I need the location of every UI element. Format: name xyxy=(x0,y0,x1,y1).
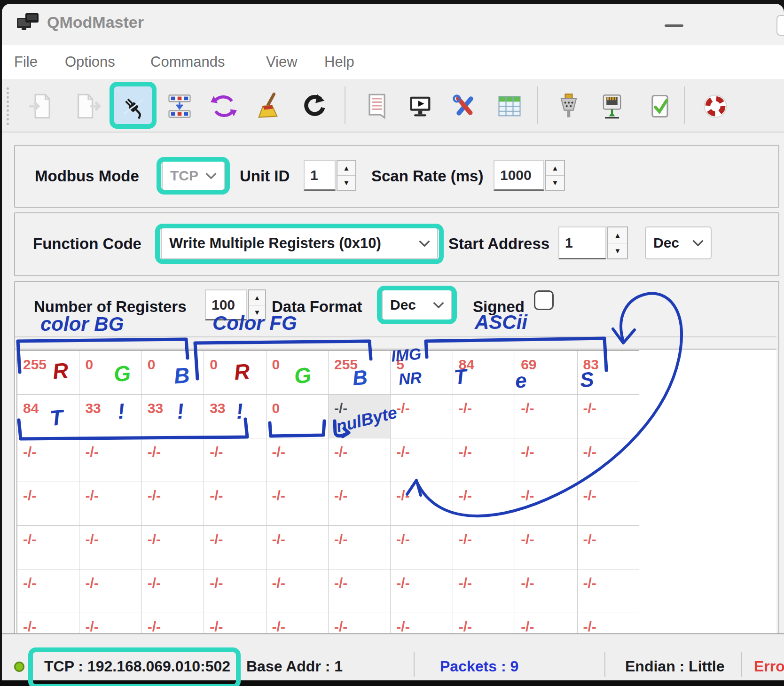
serial-settings-button[interactable] xyxy=(555,92,583,120)
register-cell-r5c1[interactable]: -/- xyxy=(17,526,79,569)
open-log-button[interactable] xyxy=(363,92,391,120)
register-cell-r6c10[interactable]: -/- xyxy=(578,569,639,613)
start-address-base-select[interactable]: Dec xyxy=(645,226,712,259)
register-cell-r2c10[interactable]: -/- xyxy=(578,395,639,438)
register-cell-r3c6[interactable]: -/- xyxy=(329,438,391,482)
num-registers-spinner[interactable]: ▲▼ xyxy=(248,289,266,320)
register-cell-r7c1[interactable]: -/- xyxy=(17,613,79,633)
spin-up-icon[interactable]: ▲ xyxy=(337,161,355,176)
settings-button[interactable] xyxy=(450,92,478,120)
register-cell-r7c6[interactable]: -/- xyxy=(329,613,391,633)
register-cell-r5c4[interactable]: -/- xyxy=(204,526,266,569)
spin-down-icon[interactable]: ▼ xyxy=(337,176,355,190)
register-cell-r5c6[interactable]: -/- xyxy=(329,526,391,569)
register-cell-r4c6[interactable]: -/- xyxy=(329,482,391,526)
register-cell-r1c4[interactable]: 0 xyxy=(204,351,266,395)
register-cell-r1c10[interactable]: 83 xyxy=(578,351,639,395)
toolbar-drag-handle[interactable] xyxy=(7,87,9,125)
register-cell-r5c2[interactable]: -/- xyxy=(79,526,141,569)
register-cell-r2c7[interactable]: -/- xyxy=(391,395,453,438)
register-cell-r3c10[interactable]: -/- xyxy=(578,438,639,482)
unit-id-input[interactable]: 1 xyxy=(304,160,336,191)
validate-button[interactable] xyxy=(646,92,674,120)
register-cell-r2c6[interactable]: -/- xyxy=(329,395,391,438)
register-cell-r3c5[interactable]: -/- xyxy=(267,438,329,482)
register-cell-r1c2[interactable]: 0 xyxy=(79,351,141,395)
modbus-mode-select[interactable]: TCP xyxy=(162,161,225,191)
register-cell-r3c2[interactable]: -/- xyxy=(79,438,141,482)
register-cell-r1c1[interactable]: 255 xyxy=(17,351,79,395)
register-cell-r1c5[interactable]: 0 xyxy=(267,351,329,395)
register-cell-r1c9[interactable]: 69 xyxy=(515,351,577,395)
register-cell-r6c5[interactable]: -/- xyxy=(267,569,329,613)
spin-up-icon[interactable]: ▲ xyxy=(249,290,265,305)
read-write-io-button[interactable] xyxy=(165,92,194,120)
spin-down-icon[interactable]: ▼ xyxy=(249,305,265,320)
register-cell-r4c4[interactable]: -/- xyxy=(204,482,266,526)
register-cell-r6c2[interactable]: -/- xyxy=(79,569,141,613)
register-cell-r7c3[interactable]: -/- xyxy=(142,613,204,633)
clear-data-button[interactable] xyxy=(254,92,282,120)
start-address-spinner[interactable]: ▲▼ xyxy=(607,226,628,259)
register-cell-r2c9[interactable]: -/- xyxy=(515,395,577,438)
register-cell-r3c4[interactable]: -/- xyxy=(204,438,266,482)
save-session-button[interactable] xyxy=(74,92,102,120)
register-cell-r5c5[interactable]: -/- xyxy=(267,526,329,569)
register-cell-r7c7[interactable]: -/- xyxy=(391,613,453,633)
register-cell-r3c8[interactable]: -/- xyxy=(453,438,515,482)
register-cell-r7c2[interactable]: -/- xyxy=(79,613,141,633)
register-cell-r5c10[interactable]: -/- xyxy=(578,526,639,569)
register-cell-r6c7[interactable]: -/- xyxy=(391,569,453,613)
start-address-input[interactable]: 1 xyxy=(558,226,606,259)
register-cell-r7c8[interactable]: -/- xyxy=(453,613,515,633)
register-cell-r5c7[interactable]: -/- xyxy=(391,526,453,569)
register-cell-r4c3[interactable]: -/- xyxy=(142,482,204,526)
register-cell-r2c8[interactable]: -/- xyxy=(453,395,515,438)
spin-up-icon[interactable]: ▲ xyxy=(608,227,627,243)
num-registers-input[interactable]: 100 xyxy=(205,289,247,320)
minimize-button[interactable] xyxy=(665,24,683,27)
about-button[interactable] xyxy=(701,92,729,120)
register-cell-r4c7[interactable]: -/- xyxy=(391,482,453,526)
register-cell-r6c6[interactable]: -/- xyxy=(329,569,391,613)
register-cell-r2c5[interactable]: 0 xyxy=(267,395,329,438)
register-cell-r3c3[interactable]: -/- xyxy=(142,438,204,482)
register-cell-r2c3[interactable]: 33 xyxy=(142,395,204,438)
register-cell-r6c8[interactable]: -/- xyxy=(453,569,515,613)
register-cell-r3c7[interactable]: -/- xyxy=(391,438,453,482)
register-cell-r1c8[interactable]: 84 xyxy=(453,351,515,395)
menu-file[interactable]: File xyxy=(14,54,38,70)
reset-counters-button[interactable] xyxy=(300,92,328,120)
data-format-select[interactable]: Dec xyxy=(382,289,452,320)
register-cell-r7c4[interactable]: -/- xyxy=(204,613,266,633)
menu-commands[interactable]: Commands xyxy=(150,54,225,70)
register-cell-r1c6[interactable]: 255 xyxy=(329,351,391,395)
function-code-select[interactable]: Write Multiple Registers (0x10) xyxy=(161,227,438,259)
register-cell-r6c1[interactable]: -/- xyxy=(17,569,79,613)
register-cell-r6c3[interactable]: -/- xyxy=(142,569,204,613)
maximize-button[interactable] xyxy=(776,15,784,36)
scan-rate-input[interactable]: 1000 xyxy=(494,160,544,191)
register-cell-r3c9[interactable]: -/- xyxy=(515,438,577,482)
bus-monitor-button[interactable] xyxy=(406,92,434,120)
load-session-button[interactable] xyxy=(27,92,55,120)
register-cell-r4c1[interactable]: -/- xyxy=(17,482,79,526)
register-cell-r4c8[interactable]: -/- xyxy=(453,482,515,526)
register-cell-r4c2[interactable]: -/- xyxy=(79,482,141,526)
register-cell-r2c2[interactable]: 33 xyxy=(79,395,141,438)
scan-button[interactable] xyxy=(210,92,238,120)
register-cell-r7c9[interactable]: -/- xyxy=(515,613,577,633)
register-cell-r1c3[interactable]: 0 xyxy=(142,351,204,395)
register-cell-r5c8[interactable]: -/- xyxy=(453,526,515,569)
register-cell-r5c3[interactable]: -/- xyxy=(142,526,204,569)
register-cell-r4c5[interactable]: -/- xyxy=(267,482,329,526)
register-cell-r6c9[interactable]: -/- xyxy=(515,569,577,613)
menu-view[interactable]: View xyxy=(266,54,298,70)
menu-options[interactable]: Options xyxy=(65,54,115,70)
register-cell-r2c4[interactable]: 33 xyxy=(204,395,266,438)
register-cell-r6c4[interactable]: -/- xyxy=(204,569,266,613)
scan-rate-spinner[interactable]: ▲▼ xyxy=(545,160,565,191)
register-cell-r4c9[interactable]: -/- xyxy=(515,482,577,526)
register-cell-r7c10[interactable]: -/- xyxy=(578,613,639,633)
spin-up-icon[interactable]: ▲ xyxy=(546,161,564,176)
